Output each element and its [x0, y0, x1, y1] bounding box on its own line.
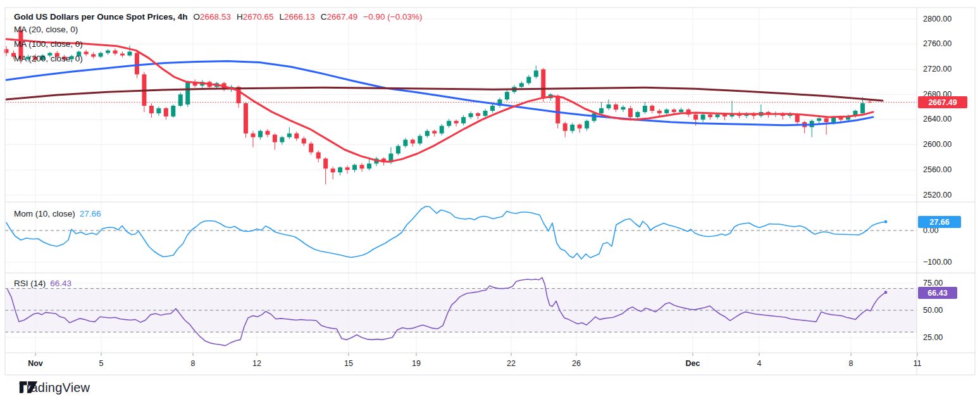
axis-tick-label: 2560.00	[923, 165, 952, 174]
time-axis-label: 15	[344, 359, 353, 368]
axis-tick-label: −100.00	[923, 258, 952, 267]
time-axis-label: Nov	[28, 359, 43, 368]
axis-tick-label: 2800.00	[923, 15, 952, 23]
chart-canvas[interactable]	[0, 0, 980, 404]
tradingview-logo[interactable]: TradingView	[19, 381, 90, 395]
time-axis-label: 22	[507, 359, 516, 368]
rsi-value: 66.43	[50, 279, 71, 288]
axis-tick-label: 50.00	[923, 306, 943, 315]
ohlc-close: C2667.49	[321, 12, 358, 22]
axis-tick-label: 25.00	[923, 333, 943, 342]
indicator-label-ma200[interactable]: MA (200, close, 0)	[14, 54, 83, 63]
axis-tick-label: 2760.00	[923, 39, 952, 48]
symbol-header[interactable]: Gold US Dollars per Ounce Spot Prices, 4…	[14, 12, 422, 22]
indicator-label-ma100[interactable]: MA (100, close, 0)	[14, 39, 83, 49]
time-axis-label: 26	[572, 359, 581, 368]
tradingview-chart-window: Gold US Dollars per Ounce Spot Prices, 4…	[0, 0, 980, 404]
time-axis-label: Dec	[686, 359, 700, 368]
time-axis-label: 11	[914, 359, 922, 368]
time-axis-label: 4	[757, 359, 762, 368]
momentum-value: 27.66	[80, 209, 101, 218]
last-price-badge: 2667.49	[918, 96, 967, 108]
time-axis-label: 5	[99, 359, 104, 368]
indicator-label-rsi[interactable]: RSI (14)66.43	[14, 279, 71, 288]
time-axis-label: 19	[412, 359, 421, 368]
axis-tick-label: 2520.00	[923, 191, 952, 199]
momentum-badge: 27.66	[918, 216, 961, 228]
indicator-label-momentum[interactable]: Mom (10, close)27.66	[14, 209, 101, 218]
time-axis-label: 8	[191, 359, 195, 368]
axis-tick-label: 75.00	[923, 279, 943, 287]
axis-tick-label: 2600.00	[923, 140, 952, 149]
symbol-title: Gold US Dollars per Ounce Spot Prices, 4…	[14, 12, 188, 22]
time-axis-label: 12	[252, 359, 261, 368]
time-axis-label: 8	[849, 359, 853, 368]
ohlc-low: L2666.13	[279, 12, 314, 22]
ohlc-open: O2668.53	[194, 12, 231, 22]
indicator-label-ma20[interactable]: MA (20, close, 0)	[14, 25, 78, 34]
tradingview-logo-icon	[19, 381, 38, 394]
ohlc-high: H2670.65	[237, 12, 274, 22]
axis-tick-label: 2720.00	[923, 65, 952, 73]
rsi-badge: 66.43	[918, 287, 957, 299]
price-change: −0.90 (−0.03%)	[363, 12, 422, 22]
axis-tick-label: 2640.00	[923, 115, 952, 123]
